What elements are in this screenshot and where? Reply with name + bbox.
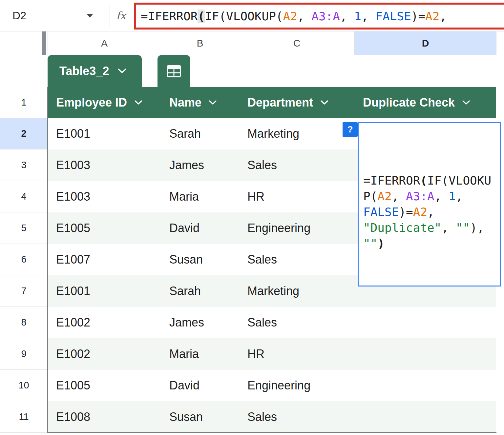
cell-name[interactable]: James bbox=[161, 307, 239, 338]
column-header-e[interactable] bbox=[496, 31, 504, 55]
row-number-2[interactable]: 2 bbox=[0, 118, 48, 149]
row-number-3[interactable]: 3 bbox=[0, 149, 48, 181]
column-header-row: A B C D bbox=[0, 31, 504, 55]
cell-name[interactable]: Sarah bbox=[161, 275, 239, 307]
cell-department[interactable]: Sales bbox=[239, 149, 354, 181]
formula-token: =IFERROR bbox=[141, 10, 198, 23]
cell-name[interactable]: James bbox=[161, 149, 239, 181]
row-number-column: 1 234567891011 bbox=[0, 55, 48, 433]
formula-token: "Duplicate" bbox=[363, 221, 441, 234]
formula-text: =IFERROR(IF(VLOOKUP(A2, A3:A, 1, FALSE)=… bbox=[141, 10, 447, 23]
cell-department[interactable]: Sales bbox=[239, 244, 354, 275]
cell-duplicate-check[interactable] bbox=[354, 338, 496, 370]
chevron-down-icon[interactable] bbox=[134, 100, 142, 105]
formula-token: =IFERROR bbox=[363, 174, 420, 187]
formula-token: 1 bbox=[449, 189, 456, 203]
table-name-chip[interactable]: Table3_2 bbox=[48, 55, 142, 87]
row-numbers: 234567891011 bbox=[0, 118, 48, 433]
column-header-a[interactable]: A bbox=[48, 31, 161, 55]
cell-employee-id[interactable]: E1001 bbox=[48, 118, 161, 149]
formula-token: , bbox=[441, 221, 455, 234]
cell-employee-id[interactable]: E1008 bbox=[48, 401, 161, 433]
formula-token: )= bbox=[411, 10, 425, 23]
table-left-border bbox=[47, 87, 48, 433]
chevron-down-icon[interactable] bbox=[462, 100, 470, 105]
header-duplicate-check-label: Duplicate Check bbox=[363, 96, 455, 109]
cell-employee-id[interactable]: E1005 bbox=[48, 212, 161, 244]
formula-token: A2 bbox=[377, 189, 391, 203]
name-box-value: D2 bbox=[12, 10, 26, 22]
chevron-down-icon[interactable] bbox=[209, 100, 217, 105]
column-header-d[interactable]: D bbox=[354, 31, 496, 55]
table-name-dropdown-icon bbox=[117, 68, 127, 74]
cell-department[interactable]: HR bbox=[239, 181, 354, 212]
formula-token: , bbox=[340, 10, 354, 23]
cell-employee-id[interactable]: E1003 bbox=[48, 181, 161, 212]
cell-duplicate-check[interactable] bbox=[354, 370, 496, 401]
cell-department[interactable]: Sales bbox=[239, 307, 354, 338]
cell-department[interactable]: Marketing bbox=[239, 118, 354, 149]
row-number-5[interactable]: 5 bbox=[0, 212, 48, 244]
row-number-4[interactable]: 4 bbox=[0, 181, 48, 212]
column-header-b[interactable]: B bbox=[161, 31, 239, 55]
cell-name[interactable]: Maria bbox=[161, 338, 239, 370]
cell-department[interactable]: Engineering bbox=[239, 370, 354, 401]
formula-token: P( bbox=[363, 189, 377, 203]
formula-token: A2 bbox=[413, 205, 427, 219]
table-row-8: E1002JamesSales bbox=[48, 307, 496, 338]
row-number-8[interactable]: 8 bbox=[0, 307, 48, 338]
formula-token: , bbox=[392, 189, 406, 203]
cell-employee-id[interactable]: E1007 bbox=[48, 244, 161, 275]
header-name-label: Name bbox=[169, 96, 201, 109]
header-department-label: Department bbox=[247, 96, 313, 109]
formula-token: ), bbox=[470, 221, 484, 234]
formula-token: FALSE bbox=[363, 205, 399, 219]
formula-tooltip: ? =IFERROR(IF(VLOOKUP(A2, A3:A, 1,FALSE)… bbox=[358, 122, 501, 287]
formula-bar[interactable]: =IFERROR(IF(VLOOKUP(A2, A3:A, 1, FALSE)=… bbox=[134, 3, 504, 30]
cell-name[interactable]: David bbox=[161, 370, 239, 401]
cell-employee-id[interactable]: E1003 bbox=[48, 149, 161, 181]
row-number-7[interactable]: 7 bbox=[0, 275, 48, 307]
cell-name[interactable]: Susan bbox=[161, 244, 239, 275]
header-duplicate-check[interactable]: Duplicate Check bbox=[354, 87, 496, 118]
header-employee-id[interactable]: Employee ID bbox=[48, 87, 161, 118]
column-header-c[interactable]: C bbox=[239, 31, 354, 55]
tooltip-formula-line: FALSE)=A2, bbox=[363, 204, 495, 220]
tooltip-formula-line: "") bbox=[363, 236, 495, 251]
formula-token: , bbox=[427, 205, 434, 219]
freeze-handle[interactable] bbox=[42, 31, 46, 55]
cell-duplicate-check[interactable] bbox=[354, 307, 496, 338]
cell-employee-id[interactable]: E1005 bbox=[48, 370, 161, 401]
tooltip-formula: =IFERROR(IF(VLOOKUP(A2, A3:A, 1,FALSE)=A… bbox=[363, 173, 495, 251]
row-number-10[interactable]: 10 bbox=[0, 370, 48, 401]
cell-employee-id[interactable]: E1001 bbox=[48, 275, 161, 307]
tooltip-formula-line: =IFERROR(IF(VLOOKU bbox=[363, 173, 495, 188]
cell-department[interactable]: Sales bbox=[239, 401, 354, 433]
row-number-6[interactable]: 6 bbox=[0, 244, 48, 275]
chevron-down-icon[interactable] bbox=[320, 100, 328, 105]
header-name[interactable]: Name bbox=[161, 87, 239, 118]
formula-help-button[interactable]: ? bbox=[343, 122, 358, 137]
cell-employee-id[interactable]: E1002 bbox=[48, 307, 161, 338]
header-department[interactable]: Department bbox=[239, 87, 354, 118]
cell-name[interactable]: Sarah bbox=[161, 118, 239, 149]
row-number-11[interactable]: 11 bbox=[0, 401, 48, 433]
formula-token: , bbox=[456, 189, 463, 203]
cell-duplicate-check[interactable] bbox=[354, 401, 496, 433]
cell-employee-id[interactable]: E1002 bbox=[48, 338, 161, 370]
cell-department[interactable]: Engineering bbox=[239, 212, 354, 244]
cell-name[interactable]: Susan bbox=[161, 401, 239, 433]
cell-name[interactable]: Maria bbox=[161, 181, 239, 212]
formula-token: A3:A bbox=[406, 189, 434, 203]
cell-department[interactable]: HR bbox=[239, 338, 354, 370]
cell-name[interactable]: David bbox=[161, 212, 239, 244]
name-box-dropdown-icon[interactable] bbox=[87, 14, 93, 18]
table-menu-button[interactable] bbox=[158, 55, 190, 87]
formula-token: 1 bbox=[354, 10, 361, 23]
row-number-9[interactable]: 9 bbox=[0, 338, 48, 370]
cell-department[interactable]: Marketing bbox=[239, 275, 354, 307]
formula-token: ( bbox=[198, 10, 205, 23]
name-box[interactable]: D2 bbox=[12, 0, 26, 31]
formula-toolbar: D2 fx =IFERROR(IF(VLOOKUP(A2, A3:A, 1, F… bbox=[0, 0, 504, 31]
row-number-1[interactable]: 1 bbox=[0, 87, 48, 118]
